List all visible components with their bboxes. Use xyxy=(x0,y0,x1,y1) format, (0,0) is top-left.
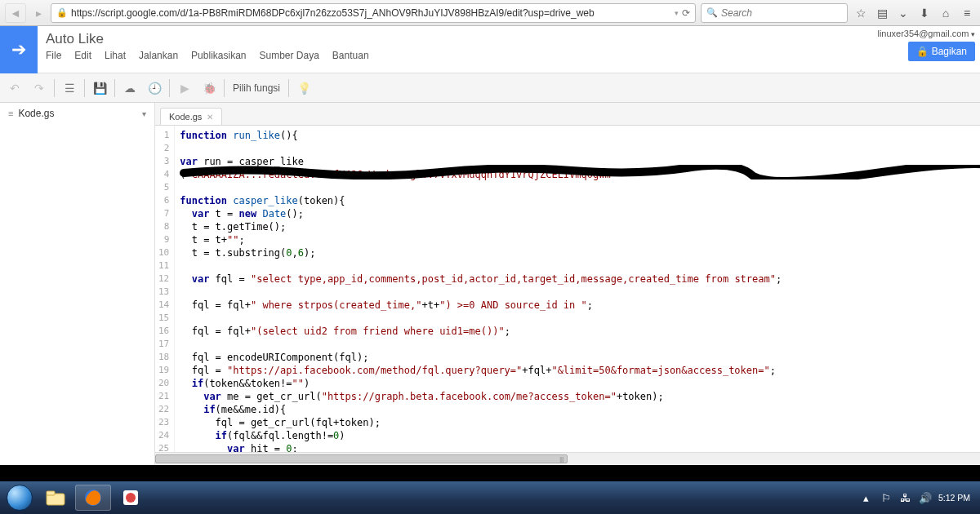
run-button[interactable]: ▶ xyxy=(173,77,196,100)
menu-edit[interactable]: Edit xyxy=(74,50,91,61)
share-button[interactable]: 🔒Bagikan xyxy=(908,42,975,61)
tray-up-icon[interactable]: ▴ xyxy=(860,491,873,504)
editor-tab-bar: Kode.gs ✕ xyxy=(155,103,980,126)
bookmark-icon[interactable]: ☆ xyxy=(853,3,869,23)
scrollbar-thumb[interactable] xyxy=(155,454,568,463)
tray-volume-icon[interactable]: 🔊 xyxy=(919,491,932,504)
reload-icon[interactable]: ⟳ xyxy=(682,7,690,19)
indent-button[interactable]: ☰ xyxy=(58,77,81,100)
menu-file[interactable]: File xyxy=(46,50,61,61)
hint-button[interactable]: 💡 xyxy=(292,77,315,100)
taskbar-clock[interactable]: 5:12 PM xyxy=(938,493,970,503)
apps-script-logo-icon[interactable]: ➔ xyxy=(0,26,38,73)
search-icon: 🔍 xyxy=(706,7,718,18)
url-text: https://script.google.com/d/1a-PB8RmiRDM… xyxy=(71,7,671,19)
tray-flag-icon[interactable]: ⚐ xyxy=(880,491,893,504)
home-icon[interactable]: ⌂ xyxy=(938,3,954,23)
search-input[interactable] xyxy=(721,7,844,19)
back-button[interactable]: ◄ xyxy=(5,3,26,23)
start-button[interactable] xyxy=(3,481,36,514)
search-bar[interactable]: 🔍 xyxy=(701,3,848,23)
triggers-button[interactable]: 🕘 xyxy=(143,77,166,100)
svg-point-4 xyxy=(126,493,136,503)
sidebar-file-item[interactable]: ≡Kode.gs ▾ xyxy=(0,103,154,124)
lock-icon: 🔒 xyxy=(916,46,929,57)
lock-icon: 🔒 xyxy=(56,7,68,18)
editor-toolbar: ↶ ↷ ☰ 💾 ☁ 🕘 ▶ 🐞 Pilih fungsi 💡 xyxy=(0,73,980,103)
code-editor[interactable]: 1234567891011121314151617181920212223242… xyxy=(155,126,980,452)
redaction-scribble xyxy=(180,165,980,179)
menu-bar: File Edit Lihat Jalankan Publikasikan Su… xyxy=(46,50,864,61)
user-email[interactable]: linuxer354@gmail.com xyxy=(877,29,975,38)
undo-button[interactable]: ↶ xyxy=(3,77,26,100)
menu-resources[interactable]: Sumber Daya xyxy=(259,50,318,61)
file-icon: ≡ xyxy=(8,109,13,118)
menu-help[interactable]: Bantuan xyxy=(332,50,369,61)
dropdown-icon[interactable]: ▾ xyxy=(675,9,679,17)
pocket-icon[interactable]: ⌄ xyxy=(895,3,911,23)
reader-icon[interactable]: ▤ xyxy=(874,3,890,23)
save-button[interactable]: 💾 xyxy=(88,77,111,100)
system-tray: ▴ ⚐ 🖧 🔊 5:12 PM xyxy=(860,491,977,504)
project-title[interactable]: Auto Like xyxy=(46,31,864,47)
menu-publish[interactable]: Publikasikan xyxy=(191,50,246,61)
downloads-icon[interactable]: ⬇ xyxy=(916,3,933,23)
function-select[interactable]: Pilih fungsi xyxy=(228,82,285,94)
browser-toolbar: ◄ ▸ 🔒 https://script.google.com/d/1a-PB8… xyxy=(0,0,980,26)
chevron-down-icon[interactable]: ▾ xyxy=(142,109,146,118)
app-header: ➔ Auto Like File Edit Lihat Jalankan Pub… xyxy=(0,26,980,73)
tray-network-icon[interactable]: 🖧 xyxy=(899,491,912,504)
url-bar[interactable]: 🔒 https://script.google.com/d/1a-PB8RmiR… xyxy=(51,3,696,23)
windows-taskbar: ▴ ⚐ 🖧 🔊 5:12 PM xyxy=(0,481,980,514)
menu-view[interactable]: Lihat xyxy=(105,50,126,61)
deploy-button[interactable]: ☁ xyxy=(118,77,141,100)
window-border xyxy=(0,465,980,481)
file-sidebar: ≡Kode.gs ▾ xyxy=(0,103,155,465)
menu-icon[interactable]: ≡ xyxy=(959,3,975,23)
debug-button[interactable]: 🐞 xyxy=(198,77,220,100)
line-gutter: 1234567891011121314151617181920212223242… xyxy=(155,126,175,452)
svg-rect-1 xyxy=(47,491,55,495)
close-icon[interactable]: ✕ xyxy=(207,113,213,122)
task-firefox-icon[interactable] xyxy=(75,485,111,511)
editor-tab[interactable]: Kode.gs ✕ xyxy=(160,108,222,125)
horizontal-scrollbar[interactable]: ||| xyxy=(155,452,980,465)
task-app-icon[interactable] xyxy=(113,485,149,511)
redo-button[interactable]: ↷ xyxy=(28,77,51,100)
forward-button[interactable]: ▸ xyxy=(31,3,46,23)
menu-run[interactable]: Jalankan xyxy=(139,50,178,61)
task-explorer-icon[interactable] xyxy=(38,485,74,511)
